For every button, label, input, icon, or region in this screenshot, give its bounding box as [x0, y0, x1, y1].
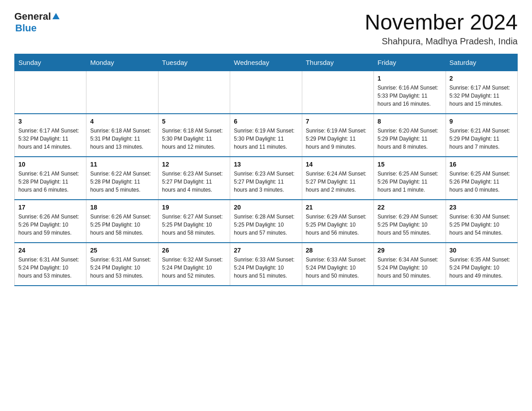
- day-info: Sunrise: 6:21 AM Sunset: 5:28 PM Dayligh…: [18, 170, 82, 194]
- day-number: 6: [234, 118, 298, 125]
- day-number: 5: [162, 118, 226, 125]
- calendar-table: SundayMondayTuesdayWednesdayThursdayFrid…: [14, 54, 518, 286]
- calendar-cell: 9Sunrise: 6:21 AM Sunset: 5:29 PM Daylig…: [446, 114, 517, 157]
- calendar-cell: 24Sunrise: 6:31 AM Sunset: 5:24 PM Dayli…: [15, 243, 86, 286]
- calendar-cell: [86, 71, 158, 114]
- calendar-cell: 27Sunrise: 6:33 AM Sunset: 5:24 PM Dayli…: [230, 243, 302, 286]
- day-number: 18: [90, 204, 154, 211]
- page-subtitle: Shahpura, Madhya Pradesh, India: [365, 36, 518, 47]
- day-number: 29: [378, 247, 442, 254]
- day-number: 4: [90, 118, 154, 125]
- day-number: 25: [90, 247, 154, 254]
- calendar-cell: 22Sunrise: 6:29 AM Sunset: 5:25 PM Dayli…: [374, 200, 446, 243]
- day-info: Sunrise: 6:19 AM Sunset: 5:29 PM Dayligh…: [306, 127, 370, 151]
- logo-text-general: General: [14, 11, 51, 22]
- day-number: 8: [378, 118, 442, 125]
- day-info: Sunrise: 6:16 AM Sunset: 5:33 PM Dayligh…: [378, 84, 442, 108]
- svg-marker-0: [52, 13, 60, 19]
- page-title: November 2024: [365, 11, 518, 34]
- day-info: Sunrise: 6:21 AM Sunset: 5:29 PM Dayligh…: [450, 127, 514, 151]
- day-number: 9: [450, 118, 514, 125]
- calendar-header-row: SundayMondayTuesdayWednesdayThursdayFrid…: [15, 54, 518, 71]
- day-info: Sunrise: 6:27 AM Sunset: 5:25 PM Dayligh…: [162, 213, 226, 237]
- calendar-cell: 3Sunrise: 6:17 AM Sunset: 5:32 PM Daylig…: [15, 114, 86, 157]
- calendar-cell: 6Sunrise: 6:19 AM Sunset: 5:30 PM Daylig…: [230, 114, 302, 157]
- day-number: 17: [18, 204, 82, 211]
- calendar-cell: 29Sunrise: 6:34 AM Sunset: 5:24 PM Dayli…: [374, 243, 446, 286]
- day-info: Sunrise: 6:25 AM Sunset: 5:26 PM Dayligh…: [450, 170, 514, 194]
- day-info: Sunrise: 6:35 AM Sunset: 5:24 PM Dayligh…: [450, 256, 514, 280]
- day-number: 30: [450, 247, 514, 254]
- day-number: 28: [306, 247, 370, 254]
- logo: General Blue: [14, 11, 61, 34]
- day-info: Sunrise: 6:23 AM Sunset: 5:27 PM Dayligh…: [162, 170, 226, 194]
- calendar-cell: 13Sunrise: 6:23 AM Sunset: 5:27 PM Dayli…: [230, 157, 302, 200]
- calendar-cell: [15, 71, 86, 114]
- day-info: Sunrise: 6:24 AM Sunset: 5:27 PM Dayligh…: [306, 170, 370, 194]
- calendar-header-wednesday: Wednesday: [230, 54, 302, 71]
- day-info: Sunrise: 6:33 AM Sunset: 5:24 PM Dayligh…: [234, 256, 298, 280]
- calendar-header-saturday: Saturday: [446, 54, 517, 71]
- day-info: Sunrise: 6:26 AM Sunset: 5:26 PM Dayligh…: [18, 213, 82, 237]
- day-number: 2: [450, 75, 514, 82]
- calendar-week-row: 1Sunrise: 6:16 AM Sunset: 5:33 PM Daylig…: [15, 71, 518, 114]
- calendar-cell: 21Sunrise: 6:29 AM Sunset: 5:25 PM Dayli…: [302, 200, 373, 243]
- calendar-header-friday: Friday: [374, 54, 446, 71]
- title-area: November 2024 Shahpura, Madhya Pradesh, …: [365, 11, 518, 47]
- day-info: Sunrise: 6:22 AM Sunset: 5:28 PM Dayligh…: [90, 170, 154, 194]
- logo-text-blue: Blue: [15, 22, 37, 34]
- calendar-cell: 18Sunrise: 6:26 AM Sunset: 5:25 PM Dayli…: [86, 200, 158, 243]
- day-info: Sunrise: 6:28 AM Sunset: 5:25 PM Dayligh…: [234, 213, 298, 237]
- day-info: Sunrise: 6:29 AM Sunset: 5:25 PM Dayligh…: [306, 213, 370, 237]
- calendar-week-row: 10Sunrise: 6:21 AM Sunset: 5:28 PM Dayli…: [15, 157, 518, 200]
- calendar-cell: 26Sunrise: 6:32 AM Sunset: 5:24 PM Dayli…: [158, 243, 230, 286]
- day-number: 10: [18, 161, 82, 168]
- day-info: Sunrise: 6:17 AM Sunset: 5:32 PM Dayligh…: [450, 84, 514, 108]
- day-number: 15: [378, 161, 442, 168]
- calendar-cell: 15Sunrise: 6:25 AM Sunset: 5:26 PM Dayli…: [374, 157, 446, 200]
- day-number: 20: [234, 204, 298, 211]
- day-info: Sunrise: 6:26 AM Sunset: 5:25 PM Dayligh…: [90, 213, 154, 237]
- calendar-cell: 28Sunrise: 6:33 AM Sunset: 5:24 PM Dayli…: [302, 243, 373, 286]
- logo-triangle-icon: [51, 12, 60, 21]
- calendar-cell: 14Sunrise: 6:24 AM Sunset: 5:27 PM Dayli…: [302, 157, 373, 200]
- calendar-cell: 20Sunrise: 6:28 AM Sunset: 5:25 PM Dayli…: [230, 200, 302, 243]
- day-number: 26: [162, 247, 226, 254]
- calendar-cell: 23Sunrise: 6:30 AM Sunset: 5:25 PM Dayli…: [446, 200, 517, 243]
- calendar-cell: 10Sunrise: 6:21 AM Sunset: 5:28 PM Dayli…: [15, 157, 86, 200]
- day-info: Sunrise: 6:19 AM Sunset: 5:30 PM Dayligh…: [234, 127, 298, 151]
- calendar-cell: 8Sunrise: 6:20 AM Sunset: 5:29 PM Daylig…: [374, 114, 446, 157]
- day-info: Sunrise: 6:32 AM Sunset: 5:24 PM Dayligh…: [162, 256, 226, 280]
- day-info: Sunrise: 6:25 AM Sunset: 5:26 PM Dayligh…: [378, 170, 442, 194]
- day-number: 7: [306, 118, 370, 125]
- day-info: Sunrise: 6:30 AM Sunset: 5:25 PM Dayligh…: [450, 213, 514, 237]
- day-number: 21: [306, 204, 370, 211]
- day-info: Sunrise: 6:31 AM Sunset: 5:24 PM Dayligh…: [90, 256, 154, 280]
- day-info: Sunrise: 6:18 AM Sunset: 5:30 PM Dayligh…: [162, 127, 226, 151]
- day-number: 13: [234, 161, 298, 168]
- day-info: Sunrise: 6:29 AM Sunset: 5:25 PM Dayligh…: [378, 213, 442, 237]
- day-number: 11: [90, 161, 154, 168]
- day-info: Sunrise: 6:18 AM Sunset: 5:31 PM Dayligh…: [90, 127, 154, 151]
- calendar-week-row: 17Sunrise: 6:26 AM Sunset: 5:26 PM Dayli…: [15, 200, 518, 243]
- calendar-cell: 19Sunrise: 6:27 AM Sunset: 5:25 PM Dayli…: [158, 200, 230, 243]
- calendar-cell: 4Sunrise: 6:18 AM Sunset: 5:31 PM Daylig…: [86, 114, 158, 157]
- day-info: Sunrise: 6:17 AM Sunset: 5:32 PM Dayligh…: [18, 127, 82, 151]
- day-number: 22: [378, 204, 442, 211]
- calendar-header-tuesday: Tuesday: [158, 54, 230, 71]
- day-number: 27: [234, 247, 298, 254]
- calendar-week-row: 24Sunrise: 6:31 AM Sunset: 5:24 PM Dayli…: [15, 243, 518, 286]
- day-number: 24: [18, 247, 82, 254]
- day-info: Sunrise: 6:34 AM Sunset: 5:24 PM Dayligh…: [378, 256, 442, 280]
- calendar-cell: 2Sunrise: 6:17 AM Sunset: 5:32 PM Daylig…: [446, 71, 517, 114]
- calendar-cell: [230, 71, 302, 114]
- calendar-cell: 1Sunrise: 6:16 AM Sunset: 5:33 PM Daylig…: [374, 71, 446, 114]
- calendar-cell: [302, 71, 373, 114]
- calendar-week-row: 3Sunrise: 6:17 AM Sunset: 5:32 PM Daylig…: [15, 114, 518, 157]
- day-number: 16: [450, 161, 514, 168]
- calendar-header-thursday: Thursday: [302, 54, 373, 71]
- calendar-header-monday: Monday: [86, 54, 158, 71]
- day-number: 3: [18, 118, 82, 125]
- day-info: Sunrise: 6:31 AM Sunset: 5:24 PM Dayligh…: [18, 256, 82, 280]
- calendar-cell: 7Sunrise: 6:19 AM Sunset: 5:29 PM Daylig…: [302, 114, 373, 157]
